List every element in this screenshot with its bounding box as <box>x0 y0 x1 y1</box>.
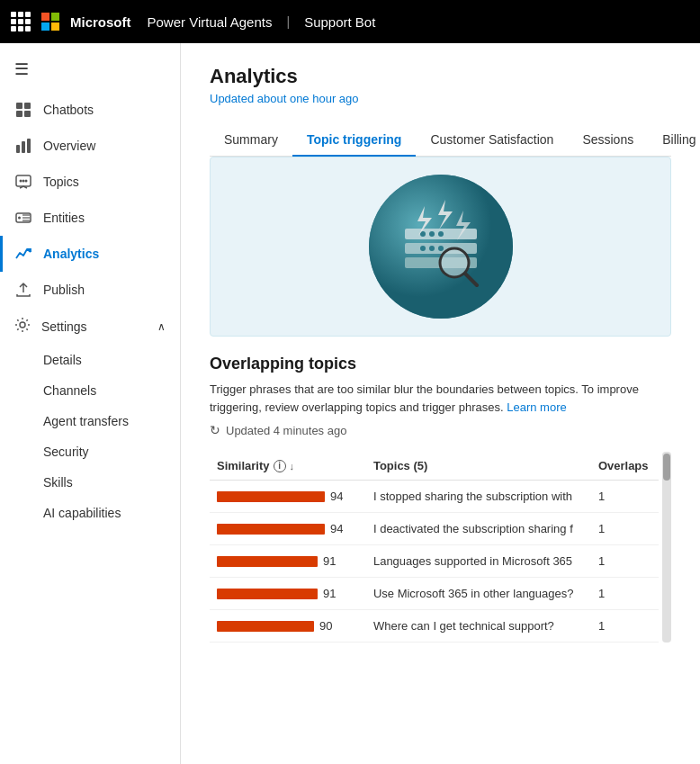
sidebar-item-channels[interactable]: Channels <box>43 375 180 406</box>
tab-billing[interactable]: Billing <box>648 123 700 156</box>
col-similarity: Similarity i ↓ <box>210 452 366 481</box>
table-row[interactable]: 90 Where can I get technical support? 1 <box>210 610 659 643</box>
svg-point-25 <box>420 246 426 251</box>
svg-rect-3 <box>24 111 31 117</box>
overlaps-cell: 1 <box>591 513 659 545</box>
svg-rect-6 <box>27 139 31 153</box>
svg-rect-0 <box>16 103 22 109</box>
overlapping-section: Overlapping topics Trigger phrases that … <box>210 355 671 643</box>
refresh-icon[interactable]: ↻ <box>210 423 220 437</box>
illustration-svg <box>351 166 531 328</box>
table-container: Similarity i ↓ Topics (5) Overlaps <box>210 452 671 643</box>
svg-point-9 <box>22 180 25 183</box>
sidebar-item-overview[interactable]: Overview <box>0 128 180 164</box>
overlaps-cell: 1 <box>591 610 659 643</box>
table-row[interactable]: 94 I deactivated the subscription sharin… <box>210 513 659 545</box>
waffle-menu[interactable] <box>11 12 31 31</box>
sidebar-item-analytics[interactable]: Analytics <box>0 236 180 272</box>
learn-more-link[interactable]: Learn more <box>507 400 566 414</box>
sidebar-item-label: Topics <box>43 175 79 189</box>
tab-sessions[interactable]: Sessions <box>568 123 648 156</box>
updated-timestamp: Updated about one hour ago <box>210 92 671 105</box>
similarity-bar <box>217 524 325 535</box>
analytics-icon <box>14 245 32 263</box>
topic-cell[interactable]: Where can I get technical support? <box>366 610 591 643</box>
svg-point-16 <box>20 322 25 328</box>
sidebar-item-skills[interactable]: Skills <box>43 467 180 498</box>
sidebar-item-label: Publish <box>43 283 85 297</box>
sidebar-item-label: Entities <box>43 211 85 225</box>
grid-icon <box>14 101 32 119</box>
table-row[interactable]: 91 Languages supported in Microsoft 365 … <box>210 545 659 578</box>
entities-icon <box>14 209 32 227</box>
bot-name: Support Bot <box>304 14 375 30</box>
similarity-info-icon[interactable]: i <box>274 460 286 472</box>
similarity-bar <box>217 621 314 632</box>
col-overlaps: Overlaps <box>591 452 659 481</box>
page-title: Analytics <box>210 65 671 88</box>
svg-point-23 <box>429 231 435 237</box>
sidebar-item-chatbots[interactable]: Chatbots <box>0 92 180 128</box>
analytics-tabs: Summary Topic triggering Customer Satisf… <box>210 123 671 157</box>
microsoft-logo <box>41 13 59 31</box>
col-topics: Topics (5) <box>366 452 591 481</box>
settings-icon <box>14 317 31 336</box>
svg-point-12 <box>18 217 21 220</box>
sidebar-item-details[interactable]: Details <box>43 345 180 375</box>
overview-icon <box>14 137 32 155</box>
similarity-cell: 90 <box>210 610 366 643</box>
similarity-value: 90 <box>319 619 341 633</box>
scrollbar-thumb[interactable] <box>663 454 670 481</box>
similarity-cell: 94 <box>210 481 366 513</box>
svg-rect-4 <box>16 145 20 153</box>
sidebar-item-publish[interactable]: Publish <box>0 272 180 308</box>
tab-summary[interactable]: Summary <box>210 123 292 156</box>
sidebar-item-entities[interactable]: Entities <box>0 200 180 236</box>
app-name: Power Virtual Agents <box>148 14 273 30</box>
similarity-bar <box>217 556 318 567</box>
tab-customer-satisfaction[interactable]: Customer Satisfaction <box>416 123 568 156</box>
overlaps-cell: 1 <box>591 578 659 610</box>
vertical-scrollbar[interactable] <box>662 452 671 643</box>
refresh-row: ↻ Updated 4 minutes ago <box>210 423 671 437</box>
svg-rect-5 <box>22 141 25 153</box>
table-row[interactable]: 91 Use Microsoft 365 in other languages?… <box>210 578 659 610</box>
table-row[interactable]: 94 I stopped sharing the subscription wi… <box>210 481 659 513</box>
similarity-cell: 91 <box>210 578 366 610</box>
main-content: Analytics Updated about one hour ago Sum… <box>181 43 700 764</box>
settings-chevron: ∧ <box>157 320 166 333</box>
similarity-cell: 91 <box>210 545 366 578</box>
overlapping-description: Trigger phrases that are too similar blu… <box>210 381 671 416</box>
refresh-label: Updated 4 minutes ago <box>226 424 346 437</box>
similarity-value: 91 <box>323 554 345 568</box>
topics-icon <box>14 173 32 191</box>
similarity-value: 94 <box>330 522 352 535</box>
svg-point-8 <box>20 180 22 183</box>
sidebar-item-ai-capabilities[interactable]: AI capabilities <box>43 498 180 528</box>
sidebar-item-security[interactable]: Security <box>43 436 180 467</box>
sidebar-item-agent-transfers[interactable]: Agent transfers <box>43 406 180 436</box>
svg-point-27 <box>438 246 444 251</box>
svg-point-26 <box>429 246 435 251</box>
topic-cell[interactable]: I stopped sharing the subscription with <box>366 481 591 513</box>
topic-cell[interactable]: I deactivated the subscription sharing f <box>366 513 591 545</box>
tab-topic-triggering[interactable]: Topic triggering <box>292 123 417 156</box>
settings-submenu: Details Channels Agent transfers Securit… <box>0 345 180 528</box>
similarity-bar <box>217 589 318 599</box>
nav-separator: | <box>286 14 290 29</box>
publish-icon <box>14 281 32 299</box>
similarity-bar <box>217 491 325 502</box>
sidebar-item-topics[interactable]: Topics <box>0 164 180 200</box>
svg-rect-1 <box>24 103 31 109</box>
svg-point-10 <box>25 180 28 183</box>
sort-icon[interactable]: ↓ <box>290 461 295 472</box>
sidebar-item-label: Overview <box>43 139 95 153</box>
topic-cell[interactable]: Languages supported in Microsoft 365 <box>366 545 591 578</box>
overlapping-title: Overlapping topics <box>210 355 671 373</box>
similarity-value: 94 <box>330 490 352 503</box>
similarity-value: 91 <box>323 587 345 600</box>
hamburger-menu[interactable]: ☰ <box>0 50 180 92</box>
sidebar-item-label: Chatbots <box>43 103 94 117</box>
topic-cell[interactable]: Use Microsoft 365 in other languages? <box>366 578 591 610</box>
sidebar-item-settings[interactable]: Settings ∧ <box>0 308 180 345</box>
